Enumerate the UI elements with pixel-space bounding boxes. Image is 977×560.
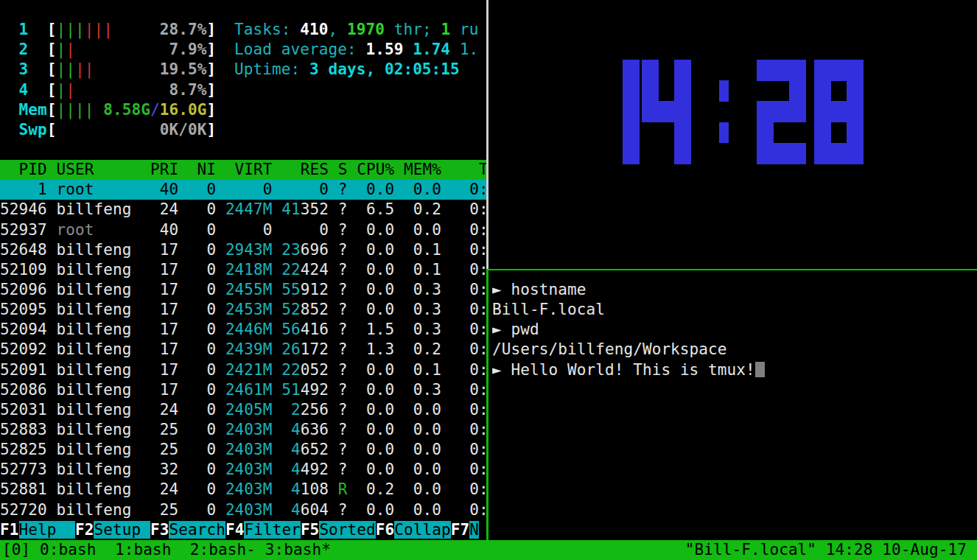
fkey-label[interactable]: Collap <box>394 521 450 539</box>
fkey-label[interactable]: Filter <box>244 521 300 539</box>
cell-res: 852 <box>301 301 329 318</box>
shell-pane[interactable]: ► hostnameBill-F.local► pwd/Users/billfe… <box>492 280 977 540</box>
cell-pri: 17 <box>150 321 178 338</box>
cell-state: ? <box>338 461 348 478</box>
cell-pid: 52720 <box>0 501 47 519</box>
cell-cpu: 0.0 <box>357 281 394 298</box>
shell-output-line: Bill-F.local <box>492 300 605 320</box>
cell-res: 172 <box>301 340 329 358</box>
cell-state: ? <box>338 321 348 338</box>
cell-state: ? <box>338 401 348 419</box>
cell-res-mb: 55 <box>281 281 301 298</box>
process-row[interactable]: 52720 billfeng 25 0 2403M 4604 ? 0.0 0.0… <box>0 500 486 520</box>
cell-ni: 0 <box>188 301 216 318</box>
cell-time: 0: <box>451 441 486 458</box>
process-row[interactable]: 52091 billfeng 17 0 2421M 22052 ? 0.0 0.… <box>0 360 486 380</box>
process-row[interactable]: 52086 billfeng 17 0 2461M 51492 ? 0.0 0.… <box>0 380 486 400</box>
cell-virt: 2439M <box>225 340 273 358</box>
fkey-label[interactable]: Setup <box>94 521 150 539</box>
shell-command-line[interactable]: ► Hello World! This is tmux! <box>492 360 765 380</box>
fkey-key[interactable]: F2 <box>75 521 94 539</box>
cell-user: billfeng <box>56 281 150 298</box>
fkey-key[interactable]: F4 <box>225 521 245 539</box>
cell-res-mb: 26 <box>281 340 301 358</box>
cell-mem: 0.3 <box>404 381 441 399</box>
cell-ni: 0 <box>188 401 216 419</box>
cell-user: billfeng <box>56 340 150 358</box>
cell-res-mb: 4 <box>291 421 301 438</box>
fkey-label[interactable]: Help <box>19 521 75 539</box>
cell-res-mb: 4 <box>291 501 301 519</box>
process-row[interactable]: 52825 billfeng 25 0 2403M 4652 ? 0.0 0.0… <box>0 440 486 460</box>
shell-text: pwd <box>511 321 539 338</box>
cell-res: 912 <box>301 281 329 298</box>
cell-pid: 52086 <box>0 381 47 399</box>
shell-text: /Users/billfeng/Workspace <box>492 340 727 358</box>
cell-user: billfeng <box>56 321 150 338</box>
cell-cpu: 0.2 <box>357 480 394 498</box>
cell-user: billfeng <box>56 381 150 399</box>
cell-ni: 0 <box>188 441 216 458</box>
process-row[interactable]: 52096 billfeng 17 0 2455M 55912 ? 0.0 0.… <box>0 280 486 300</box>
pane-divider-vertical-active[interactable] <box>486 269 489 540</box>
cell-state: R <box>338 480 348 498</box>
cell-pid: 52092 <box>0 340 47 358</box>
terminal-cursor[interactable] <box>755 362 765 377</box>
prompt-arrow-icon: ► <box>492 281 511 298</box>
fkey-key[interactable]: F3 <box>150 521 169 539</box>
process-row[interactable]: 52881 billfeng 24 0 2403M 4108 R 0.2 0.0… <box>0 480 486 500</box>
cell-user: billfeng <box>56 480 150 498</box>
cell-res-mb: 4 <box>291 461 301 478</box>
process-row[interactable]: 52095 billfeng 17 0 2453M 52852 ? 0.0 0.… <box>0 300 486 320</box>
shell-text: hostname <box>511 281 586 298</box>
cell-cpu: 0.0 <box>357 441 394 458</box>
cell-pid: 52825 <box>0 441 47 458</box>
process-row[interactable]: 52773 billfeng 32 0 2403M 4492 ? 0.0 0.0… <box>0 460 486 480</box>
cell-cpu: 0.0 <box>357 361 394 379</box>
function-key-bar[interactable]: F1Help F2Setup F3SearchF4FilterF5SortedF… <box>0 520 486 540</box>
tmux-status-right: "Bill-F.local" 14:28 10-Aug-17 <box>685 540 977 560</box>
fkey-label[interactable]: Sorted <box>319 521 375 539</box>
cell-ni: 0 <box>188 361 216 379</box>
shell-text: Bill-F.local <box>492 301 605 318</box>
cell-res: 636 <box>301 421 329 438</box>
fkey-key[interactable]: F7 <box>451 521 470 539</box>
fkey-label[interactable]: N <box>469 521 479 539</box>
process-row[interactable]: 52092 billfeng 17 0 2439M 26172 ? 1.3 0.… <box>0 340 486 360</box>
cell-res: 052 <box>301 361 329 379</box>
process-row[interactable]: 52094 billfeng 17 0 2446M 56416 ? 1.5 0.… <box>0 320 486 340</box>
cell-state: ? <box>338 501 348 519</box>
cell-virt: 2421M <box>225 361 273 379</box>
cell-pri: 32 <box>150 461 178 478</box>
tmux-window-list[interactable]: [0] 0:bash 1:bash 2:bash- 3:bash* <box>0 540 331 560</box>
cell-ni: 0 <box>188 281 216 298</box>
cell-time: 0: <box>451 501 486 519</box>
clock-pane <box>0 0 977 269</box>
process-row[interactable]: 52031 billfeng 24 0 2405M 2256 ? 0.0 0.0… <box>0 400 486 420</box>
cell-pri: 25 <box>150 421 178 438</box>
cell-pri: 17 <box>150 340 178 358</box>
cell-user: billfeng <box>56 401 150 419</box>
shell-command-line[interactable]: ► pwd <box>492 320 539 340</box>
cell-res-mb: 51 <box>281 381 301 399</box>
cell-mem: 0.0 <box>404 461 441 478</box>
fkey-label[interactable]: Search <box>169 521 225 539</box>
cell-ni: 0 <box>188 381 216 399</box>
cell-cpu: 0.0 <box>357 381 394 399</box>
cell-mem: 0.3 <box>404 321 441 338</box>
cell-mem: 0.3 <box>404 281 441 298</box>
shell-command-line[interactable]: ► hostname <box>492 280 586 300</box>
cell-mem: 0.0 <box>404 501 441 519</box>
fkey-key[interactable]: F5 <box>301 521 320 539</box>
cell-res-mb: 4 <box>291 441 301 458</box>
shell-text: Hello World! This is tmux! <box>511 361 755 379</box>
cell-state: ? <box>338 340 348 358</box>
cell-res-mb: 2 <box>291 401 301 419</box>
cell-virt: 2403M <box>225 441 273 458</box>
fkey-key[interactable]: F1 <box>0 521 19 539</box>
cell-ni: 0 <box>188 421 216 438</box>
cell-state: ? <box>338 441 348 458</box>
process-row[interactable]: 52883 billfeng 25 0 2403M 4636 ? 0.0 0.0… <box>0 420 486 440</box>
cell-ni: 0 <box>188 501 216 519</box>
fkey-key[interactable]: F6 <box>376 521 395 539</box>
